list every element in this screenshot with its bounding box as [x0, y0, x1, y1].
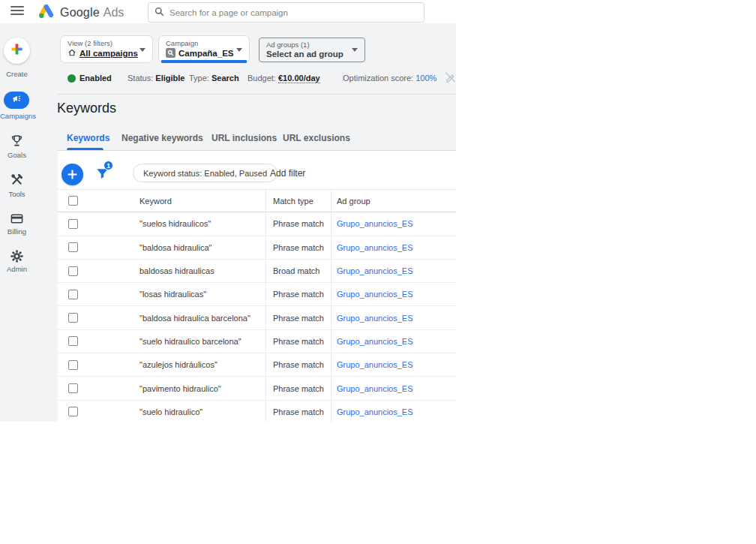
- keyword-cell: "suelo hidraulico barcelona": [114, 337, 266, 346]
- tab-url-inclusions[interactable]: URL inclusions: [212, 133, 277, 143]
- global-search[interactable]: [148, 2, 424, 23]
- search-icon: [154, 6, 164, 20]
- screen: Google Ads Create: [0, 0, 756, 544]
- chevron-down-icon: [236, 48, 242, 52]
- row-checkbox[interactable]: [68, 407, 78, 416]
- type-value: Search: [212, 74, 239, 83]
- add-keyword-button[interactable]: [62, 164, 83, 185]
- match-type-cell: Phrase match: [266, 236, 331, 259]
- table-row: "suelos hidraulicos" Phrase match Grupo_…: [58, 212, 456, 236]
- match-type-cell: Phrase match: [266, 212, 331, 235]
- table-row: "suelo hidraulico" Phrase match Grupo_an…: [58, 401, 456, 422]
- view-filter-value: All campaigns: [80, 49, 138, 58]
- row-checkbox[interactable]: [68, 266, 78, 276]
- view-filter-selector[interactable]: View (2 filters) All campaigns: [60, 35, 153, 63]
- ad-group-link[interactable]: Grupo_anuncios_ES: [337, 266, 413, 275]
- table-row: "suelo hidraulico barcelona" Phrase matc…: [58, 330, 456, 353]
- divider: [58, 94, 456, 95]
- sidebar-item-campaigns[interactable]: [4, 92, 29, 109]
- ad-group-link[interactable]: Grupo_anuncios_ES: [337, 290, 413, 299]
- status-label: Status:: [128, 74, 153, 83]
- chevron-down-icon: [352, 48, 358, 52]
- row-checkbox[interactable]: [68, 360, 78, 370]
- match-type-cell: Phrase match: [266, 377, 331, 399]
- table-row: "pavimento hidraulico" Phrase match Grup…: [58, 377, 456, 400]
- keyword-cell: "baldosa hidraulica barcelona": [114, 314, 266, 323]
- create-button[interactable]: [4, 38, 30, 64]
- match-type-cell: Phrase match: [266, 306, 331, 329]
- row-checkbox[interactable]: [68, 242, 78, 252]
- type-label: Type:: [189, 74, 209, 83]
- sidebar-item-tools-label: Tools: [0, 190, 34, 198]
- keyword-cell: "suelos hidraulicos": [114, 219, 266, 228]
- ad-group-link[interactable]: Grupo_anuncios_ES: [337, 384, 413, 393]
- keyword-cell: "azulejos hidráulicos": [114, 360, 266, 369]
- budget-value[interactable]: €10.00/day: [278, 74, 320, 83]
- table-row: "losas hidraulicas" Phrase match Grupo_a…: [58, 283, 456, 306]
- column-header-ad-group[interactable]: Ad group: [331, 190, 456, 212]
- match-type-cell: Phrase match: [266, 353, 331, 376]
- ad-group-link[interactable]: Grupo_anuncios_ES: [337, 407, 413, 416]
- ad-group-selector-value: Select an ad group: [266, 50, 344, 59]
- google-ads-logo: Google Ads: [38, 2, 124, 23]
- campaign-status-dot: [68, 74, 76, 83]
- ad-group-link[interactable]: Grupo_anuncios_ES: [337, 219, 413, 228]
- tab-keywords[interactable]: Keywords: [67, 133, 110, 143]
- match-type-cell: Broad match: [266, 260, 331, 282]
- ad-group-link[interactable]: Grupo_anuncios_ES: [337, 243, 413, 252]
- logo-text-google: Google: [60, 6, 100, 20]
- optimization-score-value[interactable]: 100%: [416, 74, 436, 83]
- column-header-keyword[interactable]: Keyword: [114, 197, 266, 206]
- google-ads-logo-icon: [38, 2, 55, 23]
- billing-card-icon[interactable]: [10, 212, 24, 226]
- row-checkbox[interactable]: [68, 219, 78, 229]
- keyword-cell: "pavimento hidraulico": [114, 384, 266, 393]
- tab-url-exclusions[interactable]: URL exclusions: [283, 133, 350, 143]
- plus-multicolor-icon: [10, 43, 23, 59]
- column-header-match-type[interactable]: Match type: [266, 190, 331, 212]
- megaphone-icon: [11, 94, 22, 107]
- table-row: "baldosa hidraulica barcelona" Phrase ma…: [58, 306, 456, 329]
- sidebar-item-goals-label: Goals: [0, 151, 34, 159]
- campaign-type: Type: Search: [189, 74, 239, 83]
- match-type-cell: Phrase match: [266, 330, 331, 353]
- keyword-cell: "baldosa hidraulica": [114, 243, 266, 252]
- keywords-panel: 1 Keyword status: Enabled, Paused Add fi…: [58, 151, 456, 422]
- filter-count-badge: 1: [104, 161, 113, 170]
- row-checkbox[interactable]: [68, 313, 78, 323]
- gear-icon[interactable]: [10, 249, 24, 263]
- edit-off-icon: [444, 71, 456, 86]
- keyword-status-filter-chip[interactable]: Keyword status: Enabled, Paused: [133, 164, 278, 182]
- sidebar-item-admin-label: Admin: [0, 265, 34, 273]
- keyword-cell: "suelo hidraulico": [114, 407, 266, 416]
- trophy-icon[interactable]: [10, 134, 24, 148]
- search-input[interactable]: [170, 8, 418, 17]
- table-row: baldosas hidraulicas Broad match Grupo_a…: [58, 260, 456, 283]
- chevron-down-icon: [140, 48, 146, 52]
- view-filter-label: View (2 filters): [68, 39, 152, 47]
- tools-icon[interactable]: [10, 173, 24, 187]
- table-row: "azulejos hidráulicos" Phrase match Grup…: [58, 353, 456, 377]
- home-icon: [68, 48, 76, 59]
- select-all-checkbox[interactable]: [68, 196, 78, 206]
- table-header-row: Keyword Match type Ad group: [58, 189, 456, 212]
- add-filter-button[interactable]: Add filter: [270, 168, 305, 179]
- row-checkbox[interactable]: [68, 336, 78, 346]
- table-row: "baldosa hidraulica" Phrase match Grupo_…: [58, 236, 456, 260]
- ad-group-selector[interactable]: Ad groups (1) Select an ad group: [259, 38, 365, 62]
- ad-group-link[interactable]: Grupo_anuncios_ES: [337, 337, 413, 346]
- tab-negative-keywords[interactable]: Negative keywords: [122, 133, 203, 143]
- campaign-budget: Budget: €10.00/day: [248, 74, 320, 83]
- menu-icon[interactable]: [10, 6, 24, 17]
- ad-group-link[interactable]: Grupo_anuncios_ES: [337, 314, 413, 323]
- campaign-selector[interactable]: Campaign Campaña_ES: [158, 35, 250, 63]
- row-checkbox[interactable]: [68, 290, 78, 299]
- keywords-table: Keyword Match type Ad group "suelos hidr…: [58, 189, 456, 422]
- ad-group-selector-label: Ad groups (1): [266, 41, 364, 49]
- campaign-enabled-text: Enabled: [80, 74, 112, 83]
- keyword-cell: baldosas hidraulicas: [114, 266, 266, 275]
- ad-group-link[interactable]: Grupo_anuncios_ES: [337, 360, 413, 369]
- row-checkbox[interactable]: [68, 383, 78, 393]
- match-type-cell: Phrase match: [266, 283, 331, 305]
- status-value: Eligible: [155, 74, 184, 83]
